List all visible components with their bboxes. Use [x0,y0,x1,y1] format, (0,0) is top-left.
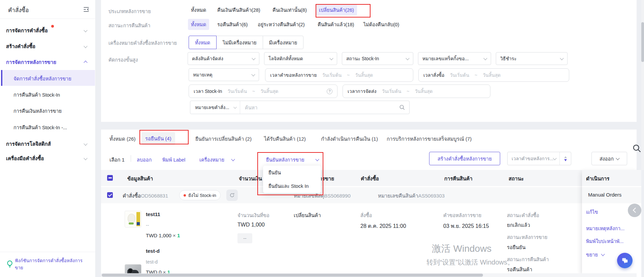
date-start-placeholder: วันเริ่มต้น [322,71,342,79]
dropdown-item-confirm[interactable]: ยืนยัน [263,166,321,179]
chevron-down-icon[interactable] [601,252,605,256]
dropdown-item-confirm-stockin[interactable]: ยืนยันและ Stock In [263,179,321,193]
after-sale-request-time-range[interactable]: เวลาคำขอหลังการขาย วันเริ่มต้น ~ วันสิ้น… [265,68,413,82]
stockin-time-label: เวลา Stock-In [194,88,222,95]
tab-confirm-exchange[interactable]: ยืนยันการเปลี่ยนสินค้า (2) [195,135,252,143]
windows-activation-watermark-2: 转到“设置”以激活 Windows。 [426,258,514,267]
sidebar-item-order-management[interactable]: การจัดการคำสั่งซื้อ [6,27,48,35]
print-shipping-label-action[interactable]: พิมพ์ใบปะหน้าพั... [586,237,623,245]
notification-dot [51,25,54,28]
search-field-select[interactable]: หมายเลขคำสั่ง... [190,101,240,114]
order-label: คำสั่งซื้อ [123,193,141,199]
warehouse-select[interactable]: คลังสินค้าจัดส่ง [188,52,259,65]
stockin-status-select[interactable]: สถานะ Stock-In [342,52,413,65]
tab-after-sale-complete[interactable]: การบริการหลังการขายเสร็จสมบูรณ์ (7) [387,135,472,143]
amount-note: -- [237,233,252,243]
col-amount: จำนวนเงิน [239,175,262,183]
sort-desc-icon [564,159,567,161]
tab-received-return[interactable]: ได้รับคืนสินค้า (12) [264,135,306,143]
order-management-page: คำสั่งซื้อ การจัดการคำสั่งซื้อ สร้างคำสั… [0,0,644,277]
sidebar-item-order-tools[interactable]: เครื่องมือคำสั่งซื้อ [6,154,44,163]
chevron-up-icon[interactable] [84,61,87,64]
product-name[interactable]: test-d [146,248,160,254]
search-input[interactable]: ค้นหา [240,104,399,111]
payment-method-select[interactable]: วิธีชำระ [496,52,568,65]
mark-menu-button[interactable]: เครื่องหมาย [199,156,224,164]
chevron-down-icon [329,56,333,60]
order-time-range[interactable]: เวลาสั่งซื้อ วันเริ่มต้น ~ วันสิ้นสุด [418,68,569,82]
tab-pending-confirm[interactable]: รอยืนยัน (4) [141,132,175,145]
warehouse-select-value: คลังสินค้าจัดส่ง [192,55,223,62]
mark-none-button[interactable]: ไม่มีเครื่องหมาย [216,36,263,49]
payment-method-value: วิธีชำระ [500,55,517,62]
stockin-time-range[interactable]: เวลา Stock-In วันเริ่มต้น ~ วันสิ้นสุด ? [189,84,337,98]
filter-type-refund-only[interactable]: คืนเงินเท่านั้น(8) [269,4,310,15]
sidebar-subitem-return-stockin[interactable]: การคืนสินค้า Stock-In [13,91,60,99]
search-icon[interactable] [399,104,405,110]
chevron-down-icon[interactable] [84,156,87,160]
after-sale-type-value: เปลี่ยนสินค้า [294,211,321,219]
tab-refund-in-progress[interactable]: กำลังดำเนินการคืนเงิน (1) [321,135,378,143]
table-header-row: ข้อมูลสินค้า จำนวนเงิน ประเภทหลังการขาย … [101,170,637,186]
sidebar-subitem-after-sale-orders[interactable]: จัดการคำสั่งซื้อหลังการขาย [13,75,71,82]
print-label-button[interactable]: พิมพ์ Label [162,156,185,164]
note-select[interactable]: หมายเหตุ [189,68,259,81]
product-photo-shape [128,268,133,274]
order-checkbox[interactable] [107,192,113,198]
expand-action[interactable]: ขยาย [586,251,598,258]
product-sku: -- [146,222,149,228]
sidebar-collapse-icon[interactable] [83,6,90,13]
confirm-after-sale-menu-button[interactable]: ยืนยันหลังการขาย [266,156,304,164]
filter-rs-all[interactable]: ทั้งหมด [188,19,209,30]
confirm-dropdown-menu: ยืนยัน ยืนยันและ Stock In [263,166,321,193]
sync-button[interactable] [226,189,238,201]
after-sale-note-action[interactable]: หมายเหตุหลังกา... [586,224,624,232]
select-all-checkbox[interactable] [107,175,113,181]
horizontal-scrollbar-thumb[interactable] [102,274,483,277]
filter-rs-no-return[interactable]: ไม่ต้องคืนกลับ(0) [360,19,402,30]
date-start-placeholder: วันเริ่มต้น [227,88,247,95]
sidebar-footer-link[interactable]: ฟังก์ชันการจัดการคำสั่งซื้อหลังการขาย [15,257,89,271]
chevron-down-icon[interactable] [84,44,87,48]
return-no: AS5069303 [418,193,445,199]
sidebar-item-create-order[interactable]: สร้างคำสั่งซื้อ [6,42,35,50]
sidebar-subitem-after-sale-refund[interactable]: การคืนเงินหลังการขาย [13,107,62,115]
filter-rs-in-progress[interactable]: อยู่ระหว่างคืนสินค้า(2) [255,19,308,30]
shipping-time-range[interactable]: เวลาการจัดส่ง วันเริ่มต้น ~ วันสิ้นสุด [343,84,490,98]
chevron-down-icon[interactable] [84,28,87,32]
chat-button[interactable] [617,253,633,268]
logistics-select[interactable]: โลจิสติกส์ทั้งหมด [264,52,337,65]
request-time-label: เวลาคำขอหลังการขาย [270,71,317,79]
help-icon[interactable]: ? [327,89,332,94]
table-search-icon[interactable] [633,144,641,153]
chevron-down-icon[interactable] [231,157,235,161]
chevron-down-icon[interactable] [84,142,87,145]
date-end-placeholder: วันสิ้นสุด [415,88,432,95]
filter-type-all[interactable]: ทั้งหมด [188,4,209,15]
filter-rs-waiting[interactable]: รอคืนสินค้า(6) [214,19,251,30]
filter-type-refund-return[interactable]: คืนเงิน/คืนสินค้า(28) [214,4,263,15]
sidebar-item-logistics-management[interactable]: การจัดการโลจิสติกส์ [6,140,51,148]
delete-button[interactable]: ลบออก [137,156,152,164]
advanced-filter-label: คัดกรองขั้นสูง [108,56,138,64]
filter-type-exchange[interactable]: เปลี่ยนสินค้า(26) [316,4,357,15]
tab-all[interactable]: ทั้งหมด (26) [109,135,136,143]
chevron-down-icon [233,105,237,109]
chevron-down-icon[interactable] [315,157,319,161]
sidebar-item-after-sale-management[interactable]: การจัดการหลังการขาย [6,58,56,66]
create-after-sale-order-button[interactable]: สร้างคำสั่งซื้อหลังการขาย [429,152,500,165]
mark-all-button[interactable]: ทั้งหมด [189,36,217,49]
panel-collapse-handle[interactable] [628,204,641,217]
vertical-scrollbar-thumb[interactable] [641,22,644,62]
sidebar-subitem-return-stockin-2[interactable]: การคืนสินค้า Stock-In -... [13,124,67,131]
product-price-qty: TWD 1,000 × 1 [146,233,180,238]
mark-has-button[interactable]: มีเครื่องหมาย [263,36,304,49]
tracking-number-select[interactable]: หมายเลขแทร็คกิ้งขอ... [418,52,491,65]
product-name[interactable]: test11 [146,211,160,217]
date-separator: ~ [252,89,255,94]
export-button[interactable]: ส่งออก [591,152,627,165]
sort-direction-toggle[interactable] [559,152,571,165]
sort-field-select[interactable]: เวลาคำขอหลังการ... [508,155,559,162]
filter-rs-returned[interactable]: คืนสินค้าแล้ว(18) [315,19,357,30]
edit-action[interactable]: แก้ไข [586,208,598,216]
